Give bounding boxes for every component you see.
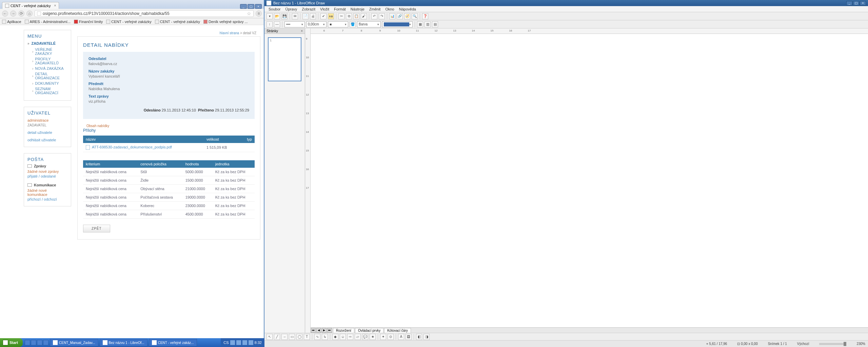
flowchart-icon[interactable]: ▱ — [355, 334, 361, 340]
paste-icon[interactable]: 📋 — [353, 13, 359, 19]
print-icon[interactable]: 🖨 — [310, 13, 316, 19]
close-icon[interactable]: × — [301, 29, 303, 33]
bookmark-star-icon[interactable]: ☆ — [247, 11, 251, 16]
close-icon[interactable]: × — [54, 4, 56, 7]
maximize-button[interactable]: ▢ — [248, 4, 254, 9]
fill-icon[interactable]: 🪣 — [350, 21, 356, 27]
extrude-icon[interactable]: ◧ — [416, 334, 422, 340]
taskbar-button[interactable]: CENT_Manual_Zadav... — [50, 339, 98, 346]
menu-edit[interactable]: Úpravy — [283, 7, 299, 11]
shapes-icon[interactable]: ◆ — [332, 334, 338, 340]
zoom-slider[interactable] — [819, 343, 846, 345]
breadcrumb-link[interactable]: hlavní strana — [220, 31, 239, 35]
tray-icon[interactable] — [242, 340, 247, 345]
ql-icon[interactable] — [25, 340, 30, 345]
menu-sub-item[interactable]: ›DETAIL ORGANIZACE — [32, 71, 67, 81]
ellipse-tool-icon[interactable]: ◯ — [296, 334, 302, 340]
menu-view[interactable]: Zobrazit — [300, 7, 317, 11]
menu-modify[interactable]: Změnit — [367, 7, 383, 11]
first-page-button[interactable]: ⏮ — [311, 328, 316, 333]
curve-tool-icon[interactable]: ∿ — [314, 334, 320, 340]
maximize-button[interactable]: ▢ — [853, 1, 859, 5]
nav-icon[interactable]: 🧭 — [404, 13, 410, 19]
back-button[interactable]: ← — [2, 11, 8, 17]
pdf-icon[interactable]: 📄 — [302, 13, 309, 19]
mail-links[interactable]: přijaté / odeslané — [27, 174, 67, 178]
menu-file[interactable]: Soubor — [267, 7, 282, 11]
bookmark-item[interactable]: Finanční limity — [74, 20, 103, 24]
line-icon[interactable]: — — [274, 21, 280, 27]
arrow-tool-icon[interactable]: → — [281, 334, 288, 340]
arrow-icon[interactable]: ↕ — [267, 21, 273, 27]
forward-button[interactable]: → — [10, 11, 16, 17]
tray-icon[interactable] — [236, 340, 241, 345]
file-link[interactable]: ATT-698530-zadavaci_dokumentace_podpis.p… — [92, 145, 172, 149]
page-thumbnail[interactable]: 1 — [268, 37, 301, 81]
tab-dimension[interactable]: Kótovací čáry — [384, 328, 411, 333]
menu-tools[interactable]: Nástroje — [349, 7, 367, 11]
fill-combo[interactable]: Barva▾ — [357, 21, 381, 27]
menu-sub-item[interactable]: ›NOVÁ ZAKÁZKA — [32, 66, 67, 71]
brush-icon[interactable]: 🖌 — [361, 13, 367, 19]
mail-icon[interactable]: ✉ — [292, 13, 298, 19]
close-button[interactable]: × — [255, 4, 262, 9]
bookmark-item[interactable]: CENT - veřejné zakázky — [106, 20, 151, 24]
connector-tool-icon[interactable]: ↳ — [322, 334, 328, 340]
menu-sub-item[interactable]: ›PROFILY ZADAVATELŮ — [32, 56, 67, 66]
abc-icon[interactable]: ᴀʙ — [328, 13, 334, 19]
next-page-button[interactable]: ▶ — [322, 328, 327, 333]
link-icon[interactable]: 🔗 — [397, 13, 403, 19]
ql-icon[interactable] — [37, 340, 42, 345]
bookmark-item[interactable]: CENT - veřejné zakázky — [155, 20, 200, 24]
menu-sub-item[interactable]: ›VEŘEJNÉ ZAKÁZKY — [32, 47, 67, 56]
bookmark-item[interactable]: Deník veřejné správy ... — [203, 20, 248, 24]
taskbar-button[interactable]: Bez názvu 1 - LibreOf... — [100, 339, 147, 346]
stars-icon[interactable]: ★ — [370, 334, 376, 340]
reload-button[interactable]: ⟳ — [18, 11, 24, 17]
taskbar-button[interactable]: CENT - veřejné zakáz... — [149, 339, 197, 346]
tab-layout[interactable]: Rozvržení — [333, 328, 354, 333]
line-tool-icon[interactable]: ╱ — [274, 334, 280, 340]
help-icon[interactable]: ❓ — [422, 13, 428, 19]
text-tool-icon[interactable]: T — [304, 334, 310, 340]
menu-help[interactable]: Nápověda — [397, 7, 418, 11]
arrange-icon[interactable]: ▥ — [425, 21, 431, 27]
redo-icon[interactable]: ↷ — [379, 13, 385, 19]
save-icon[interactable]: 💾 — [281, 13, 288, 19]
user-logout-link[interactable]: odhlásit uživatele — [27, 138, 67, 142]
chart-icon[interactable]: 📊 — [389, 13, 395, 19]
ql-icon[interactable] — [43, 340, 48, 345]
url-input[interactable]: osigeno.profinetworks.cz/P13V10000314/ac… — [35, 10, 254, 17]
mail-links[interactable]: příchozí / odchozí — [27, 197, 67, 201]
home-button[interactable]: ⌂ — [26, 11, 33, 17]
fontwork-icon[interactable]: A — [398, 334, 404, 340]
menu-format[interactable]: Formát — [332, 7, 348, 11]
open-icon[interactable]: 📂 — [274, 13, 280, 19]
line-style-combo[interactable]: ━━ ▾ — [284, 21, 305, 27]
points-icon[interactable]: ✦ — [380, 334, 386, 340]
minimize-button[interactable]: _ — [240, 4, 247, 9]
cut-icon[interactable]: ✂ — [338, 13, 344, 19]
symbols-icon[interactable]: ☺ — [340, 334, 346, 340]
glue-icon[interactable]: ⊙ — [388, 334, 394, 340]
undo-icon[interactable]: ↶ — [371, 13, 377, 19]
menu-sub-item[interactable]: ›DOKUMENTY — [32, 81, 67, 86]
bookmark-item[interactable]: Aplikace — [2, 20, 21, 24]
line-width-combo[interactable]: 0,00cm▾ — [306, 21, 327, 27]
tab-controls[interactable]: Ovládací prvky — [355, 328, 383, 333]
tray-icon[interactable] — [249, 340, 253, 345]
rect-tool-icon[interactable]: ▭ — [289, 334, 295, 340]
mail-comm-row[interactable]: Komunikace — [27, 183, 67, 187]
arrows-icon[interactable]: ⇨ — [347, 334, 353, 340]
menu-top-item[interactable]: »ZADAVATELÉ — [27, 41, 67, 45]
image-icon[interactable]: 🖼 — [406, 334, 412, 340]
zoom-icon[interactable]: 🔍 — [412, 13, 418, 19]
menu-sub-item[interactable]: ›SEZNAM ORGANIZACÍ — [32, 86, 67, 96]
3d-icon[interactable]: ◨ — [423, 334, 430, 340]
copy-icon[interactable]: ⧉ — [346, 13, 352, 19]
bookmark-item[interactable]: ARES - Administrativní... — [25, 20, 71, 24]
last-page-button[interactable]: ⏭ — [327, 328, 332, 333]
menu-insert[interactable]: Vložit — [318, 7, 331, 11]
new-icon[interactable]: ▾ — [267, 13, 273, 19]
clock[interactable]: 8:32 — [255, 341, 262, 345]
